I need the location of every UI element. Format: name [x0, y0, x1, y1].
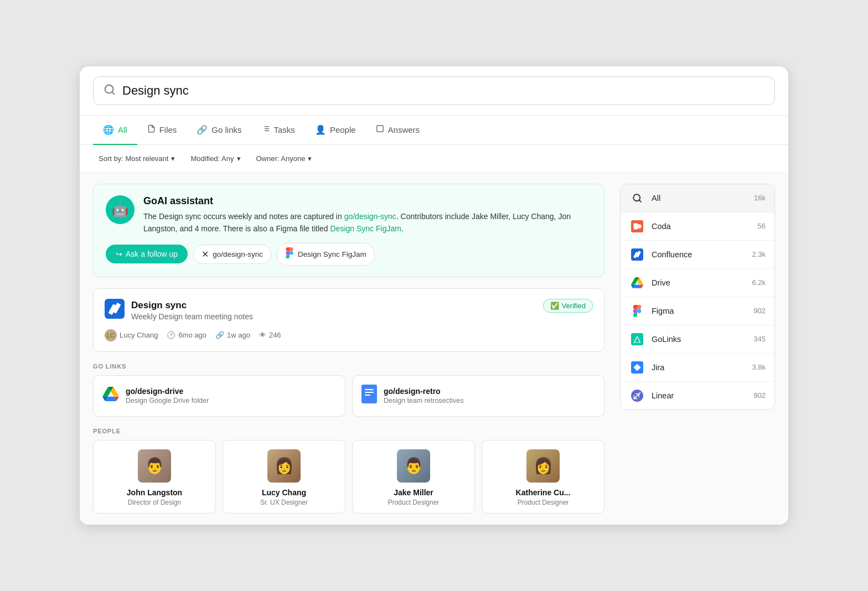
sidebar-jira-count: 3.8k [752, 363, 766, 371]
john-avatar: 👨 [138, 449, 171, 483]
sidebar-jira-label: Jira [652, 363, 745, 372]
goai-content: GoAI assistant The Design sync occurs we… [143, 195, 592, 235]
main-panel: 🌐 All Files 🔗 Go links Tasks 👤 [80, 116, 788, 524]
tab-all-label: All [118, 125, 127, 134]
tab-tasks[interactable]: Tasks [252, 116, 305, 145]
coda-icon [629, 219, 645, 234]
card-title: Design sync [131, 300, 253, 311]
jake-avatar: 👨 [397, 449, 430, 483]
search-bar-area: Design sync [80, 66, 788, 116]
people-section-header: PEOPLE [93, 428, 604, 434]
sidebar-filter-list: All 16k Coda 56 [620, 184, 775, 410]
owner-avatar: LC [105, 329, 117, 341]
sidebar-drive-label: Drive [652, 278, 745, 287]
person-lucy[interactable]: 👩 Lucy Chang Sr. UX Designer [223, 440, 345, 514]
followup-arrow-icon: ↪ [116, 250, 122, 258]
person-jake[interactable]: 👨 Jake Miller Product Designer [352, 440, 475, 514]
john-role: Director of Design [128, 499, 181, 506]
eye-icon: 👁 [259, 331, 266, 339]
verified-label: Verified [562, 302, 586, 310]
search-input-row[interactable]: Design sync [93, 76, 775, 105]
people-icon: 👤 [315, 125, 326, 135]
svg-rect-10 [361, 385, 377, 403]
svg-rect-13 [365, 395, 370, 396]
goai-link1[interactable]: go/design-sync [344, 212, 396, 221]
katherine-name: Katherine Cu... [516, 488, 571, 497]
tab-golinks-label: Go links [211, 125, 241, 134]
modified-filter[interactable]: Modified: Any ▾ [185, 152, 246, 165]
app-wrapper: Design sync 🌐 All Files 🔗 Go links [80, 66, 788, 524]
right-sidebar: All 16k Coda 56 [620, 184, 775, 514]
tab-tasks-label: Tasks [274, 125, 295, 134]
modified-meta: 🔗 1w ago [215, 331, 250, 339]
chip2-label: Design Sync FigJam [298, 250, 366, 258]
modified-chevron-icon: ▾ [237, 154, 241, 163]
sidebar-item-drive[interactable]: Drive 6.2k [621, 269, 774, 297]
sidebar-item-linear[interactable]: Linear 902 [621, 382, 774, 409]
sort-filter-label: Sort by: Most relevant [99, 154, 168, 163]
sidebar-item-coda[interactable]: Coda 56 [621, 212, 774, 241]
goai-link2[interactable]: Design Sync FigJam [330, 224, 401, 233]
search-query: Design sync [122, 84, 189, 98]
tab-answers-label: Answers [388, 125, 420, 134]
go-link-retro[interactable]: go/design-retro Design team retrosective… [352, 375, 604, 417]
owner-meta: LC Lucy Chang [105, 329, 158, 341]
figma-chip[interactable]: Design Sync FigJam [277, 243, 375, 266]
svg-rect-12 [365, 392, 374, 393]
sidebar-coda-label: Coda [652, 222, 751, 231]
tasks-icon [262, 125, 270, 135]
golinks-sidebar-icon [629, 331, 645, 347]
main-results: 🤖 GoAI assistant The Design sync occurs … [93, 184, 604, 514]
card-meta: LC Lucy Chang 🕐 6mo ago 🔗 1w ago 👁 [105, 329, 593, 341]
link-icon: 🔗 [215, 331, 224, 339]
go-links-grid: go/design-drive Design Google Drive fold… [93, 375, 604, 417]
card-text: Design sync Weekly Design team meeting n… [131, 300, 253, 321]
lucy-role: Sr. UX Designer [260, 499, 308, 506]
sidebar-item-jira[interactable]: Jira 3.8k [621, 354, 774, 382]
sidebar-item-figma[interactable]: Figma 902 [621, 297, 774, 325]
confluence-sidebar-icon [629, 247, 645, 262]
sidebar-drive-count: 6.2k [752, 278, 766, 287]
golinks-tab-icon: 🔗 [197, 125, 208, 135]
sidebar-coda-count: 56 [758, 222, 766, 230]
modified-filter-label: Modified: Any [190, 154, 234, 163]
sidebar-golinks-count: 345 [753, 335, 766, 343]
person-katherine[interactable]: 👩 Katherine Cu... Product Designer [482, 440, 604, 514]
go-link-retro-title: go/design-retro [384, 387, 464, 396]
sidebar-item-golinks[interactable]: GoLinks 345 [621, 325, 774, 354]
go-link-drive[interactable]: go/design-drive Design Google Drive fold… [93, 375, 345, 417]
owner-filter-label: Owner: Anyone [256, 154, 306, 163]
sidebar-item-confluence[interactable]: Confluence 2.3k [621, 241, 774, 269]
go-link-drive-text: go/design-drive Design Google Drive fold… [126, 387, 209, 405]
sidebar-figma-label: Figma [652, 307, 747, 315]
sidebar-item-all[interactable]: All 16k [621, 184, 774, 212]
sort-filter[interactable]: Sort by: Most relevant ▾ [93, 152, 180, 165]
people-grid: 👨 John Langston Director of Design 👩 Luc… [93, 440, 604, 514]
files-icon [147, 125, 156, 135]
sidebar-figma-count: 902 [753, 307, 766, 315]
tab-golinks[interactable]: 🔗 Go links [187, 116, 251, 145]
docs-link-icon [361, 385, 377, 407]
goai-header: 🤖 GoAI assistant The Design sync occurs … [106, 195, 592, 235]
ask-followup-button[interactable]: ↪ Ask a follow up [106, 245, 188, 263]
followup-label: Ask a follow up [126, 250, 178, 258]
filters-row: Sort by: Most relevant ▾ Modified: Any ▾… [80, 145, 788, 173]
sidebar-confluence-count: 2.3k [752, 250, 766, 258]
tab-all[interactable]: 🌐 All [93, 116, 137, 145]
sidebar-all-count: 16k [754, 194, 766, 202]
owner-name: Lucy Chang [120, 331, 158, 339]
tab-people[interactable]: 👤 People [305, 116, 366, 145]
owner-filter[interactable]: Owner: Anyone ▾ [251, 152, 318, 165]
drive-sidebar-icon [629, 275, 645, 291]
tab-answers[interactable]: Answers [366, 116, 430, 145]
tab-files[interactable]: Files [137, 116, 187, 145]
person-john[interactable]: 👨 John Langston Director of Design [93, 440, 216, 514]
goai-desc-end: . [401, 224, 404, 233]
design-sync-card[interactable]: Design sync Weekly Design team meeting n… [93, 288, 604, 352]
tab-people-label: People [330, 125, 356, 134]
katherine-avatar: 👩 [526, 449, 560, 483]
created-meta: 🕐 6mo ago [167, 331, 206, 339]
clock-icon: 🕐 [167, 331, 175, 339]
golinks-chip[interactable]: ✕ go/design-sync [193, 245, 271, 264]
sort-chevron-icon: ▾ [171, 154, 175, 163]
